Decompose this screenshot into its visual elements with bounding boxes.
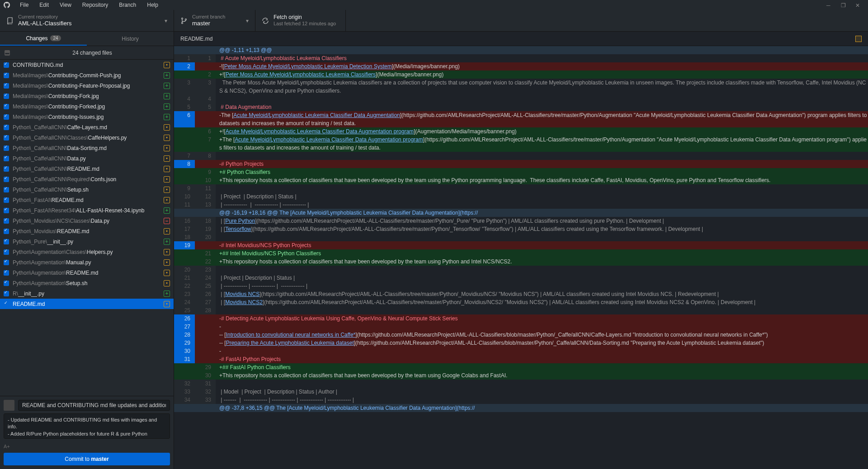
file-checkbox[interactable] (4, 260, 9, 265)
commit-button[interactable]: Commit to master (4, 453, 170, 465)
file-checkbox[interactable] (4, 249, 9, 255)
file-checkbox[interactable] (4, 94, 9, 99)
file-row[interactable]: Python\_Caffe\allCNN\README.md (0, 164, 174, 174)
file-row[interactable]: Python\_Caffe\allCNN\Data.py (0, 153, 174, 164)
file-checkbox[interactable] (4, 208, 9, 213)
file-row[interactable]: Media\Images\Contributing-Feature-Propos… (0, 80, 174, 91)
window-controls: ─ ❐ ✕ (826, 2, 864, 8)
file-row[interactable]: Python\_Movidius\NCS\Classes\Data.py (0, 216, 174, 226)
changes-summary-row[interactable]: ▬ 24 changed files (0, 46, 174, 60)
file-row[interactable]: Media\Images\Contributing-Forked.jpg (0, 101, 174, 112)
file-row[interactable]: Python\_FastAI\README.md (0, 195, 174, 205)
file-checkbox[interactable] (4, 104, 9, 109)
file-path: Python\_FastAI\README.md (13, 197, 162, 203)
file-row[interactable]: Python\_Caffe\allCNN\Caffe-Layers.md (0, 122, 174, 132)
file-row[interactable]: R\__init__.py (0, 288, 174, 299)
file-path: Python\_Caffe\allCNN\Setup.sh (13, 187, 162, 193)
commit-summary-input[interactable] (18, 400, 170, 411)
file-checkbox[interactable] (4, 301, 9, 307)
diff-line: 1113 | ------------- | ------------- | -… (174, 201, 868, 209)
fetch-label: Fetch origin (274, 14, 336, 21)
file-checkbox[interactable] (4, 270, 9, 276)
diff-line: 19-# Intel Movidius/NCS Python Projects (174, 241, 868, 249)
diff-line: 29-- [Preparing the Acute Lymphoblastic … (174, 339, 868, 347)
file-checkbox[interactable] (4, 197, 9, 203)
file-checkbox[interactable] (4, 135, 9, 141)
file-checkbox[interactable] (4, 156, 9, 161)
diff-line: 3231 (174, 380, 868, 388)
add-coauthor-button[interactable]: A+ (4, 443, 170, 453)
file-checkbox[interactable] (4, 281, 9, 286)
file-path: Python\_Caffe\allCNN\Data.py (13, 155, 162, 162)
file-checkbox[interactable] (4, 73, 9, 78)
status-modified-icon (164, 228, 170, 234)
current-repository-selector[interactable]: Current repository AML-ALL-Classifiers ▾ (0, 10, 174, 31)
file-checkbox[interactable] (4, 125, 9, 130)
diff-view[interactable]: @@ -1,11 +1,13 @@11 # Acute Myeloid/Lymp… (174, 46, 868, 469)
diff-line: 8-# Python Projects (174, 160, 868, 168)
diff-line: 6-The [Acute Myeloid/Lymphoblastic Leuke… (174, 111, 868, 127)
file-row[interactable]: Python\Augmentation\Classes\Helpers.py (0, 247, 174, 257)
commit-description-input[interactable] (4, 413, 170, 439)
diff-line: 30+This repository hosts a collection of… (174, 371, 868, 380)
file-path: Python\_Caffe\allCNN\Classes\CaffeHelper… (13, 135, 162, 141)
diff-line: 28-- [Introduction to convolutional neur… (174, 331, 868, 339)
diff-line: 3332 | Model | Project | Description | S… (174, 388, 868, 396)
file-row[interactable]: Python\_Caffe\allCNN\Required\Confs.json (0, 174, 174, 184)
diff-line: 2528 (174, 306, 868, 314)
menu-repository[interactable]: Repository (78, 1, 113, 9)
branch-icon (180, 17, 188, 24)
diff-line: 1719 | [Tensorflow](https://github.com/A… (174, 225, 868, 233)
status-added-icon (164, 207, 170, 214)
maximize-icon[interactable]: ❐ (841, 2, 846, 8)
status-added-icon (164, 114, 170, 120)
file-checkbox[interactable] (4, 83, 9, 89)
tab-history-label: History (122, 36, 138, 42)
menu-edit[interactable]: Edit (35, 1, 53, 9)
file-row[interactable]: Media\Images\Contributing-Commit-Push.jp… (0, 70, 174, 80)
file-checkbox[interactable] (4, 145, 9, 151)
file-row[interactable]: Python\Augmentation\README.md (0, 267, 174, 278)
file-path: CONTRIBUTING.md (13, 62, 162, 68)
file-checkbox[interactable] (4, 166, 9, 172)
file-checkbox[interactable] (4, 187, 9, 192)
fetch-origin-button[interactable]: Fetch origin Last fetched 12 minutes ago (255, 10, 346, 31)
file-row[interactable]: Python\_Caffe\allCNN\Data-Sorting.md (0, 143, 174, 153)
current-branch-selector[interactable]: Current branch master ▾ (174, 10, 255, 31)
menu-branch[interactable]: Branch (114, 1, 141, 9)
file-row[interactable]: Python\Augmentation\Setup.sh (0, 278, 174, 288)
file-row[interactable]: Media\Images\Contributing-Issues.jpg (0, 112, 174, 122)
diff-line: 2225 | ------------- | ------------- | -… (174, 282, 868, 290)
tab-history[interactable]: History (87, 32, 174, 46)
file-checkbox[interactable] (4, 291, 9, 296)
file-row[interactable]: Python\_Pure\__init__.py (0, 236, 174, 247)
file-row[interactable]: Python\_Movidius\README.md (0, 226, 174, 236)
changes-summary-text: 24 changed files (15, 50, 169, 56)
file-checkbox[interactable] (4, 114, 9, 120)
file-row[interactable]: Media\Images\Contributing-Fork.jpg (0, 91, 174, 101)
tab-changes[interactable]: Changes 24 (0, 32, 87, 46)
file-checkbox[interactable] (4, 177, 9, 182)
file-path: Media\Images\Contributing-Feature-Propos… (13, 83, 162, 89)
menu-view[interactable]: View (55, 1, 76, 9)
file-checkbox[interactable] (4, 239, 9, 244)
menu-file[interactable]: File (15, 1, 33, 9)
file-row[interactable]: Python\_Caffe\allCNN\Setup.sh (0, 184, 174, 195)
diff-line: 1820 (174, 233, 868, 241)
file-path: Python\_Movidius\NCS\Classes\Data.py (13, 218, 162, 224)
select-all-checkbox[interactable]: ▬ (5, 50, 10, 56)
file-row[interactable]: README.md (0, 299, 174, 309)
expand-diff-icon[interactable] (855, 36, 862, 42)
file-row[interactable]: CONTRIBUTING.md (0, 60, 174, 70)
file-row[interactable]: Python\Augmentation\Manual.py (0, 257, 174, 267)
menu-help[interactable]: Help (142, 1, 163, 9)
file-checkbox[interactable] (4, 62, 9, 68)
close-icon[interactable]: ✕ (855, 2, 861, 8)
file-checkbox[interactable] (4, 218, 9, 224)
file-checkbox[interactable] (4, 229, 9, 234)
file-row[interactable]: Python\_FastAI\Resnet34\ALL-FastAI-Resne… (0, 205, 174, 216)
file-row[interactable]: Python\_Caffe\allCNN\Classes\CaffeHelper… (0, 132, 174, 143)
file-path: Python\Augmentation\Manual.py (13, 259, 162, 266)
file-path: Media\Images\Contributing-Fork.jpg (13, 93, 162, 99)
minimize-icon[interactable]: ─ (826, 2, 832, 8)
